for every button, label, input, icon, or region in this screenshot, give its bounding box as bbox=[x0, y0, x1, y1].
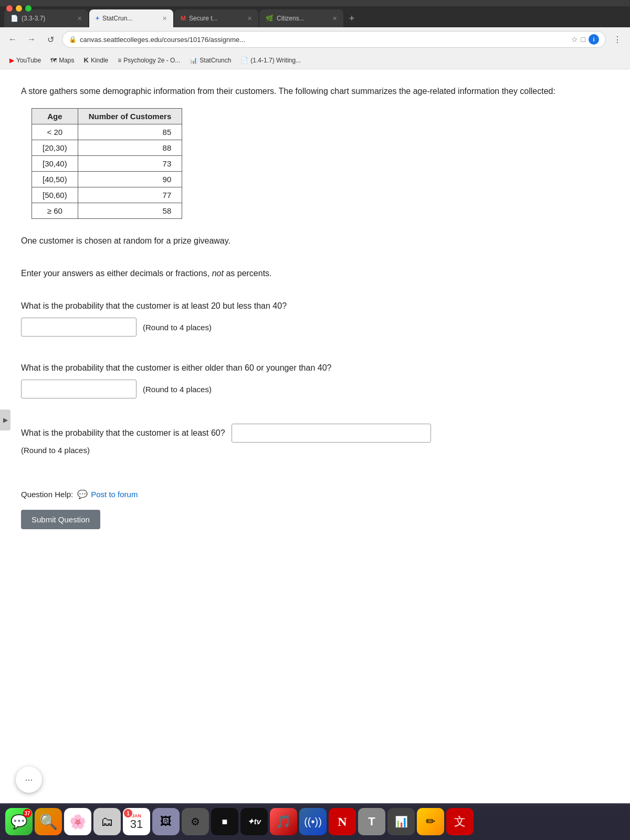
taskbar-app-tv[interactable]: ✦tv bbox=[240, 808, 268, 835]
random-note: One customer is chosen at random for a p… bbox=[21, 235, 609, 247]
calendar-day: 31 bbox=[130, 818, 143, 830]
bookmark-statcrunch[interactable]: 📊 StatCrunch bbox=[185, 55, 235, 66]
question-3-input[interactable] bbox=[232, 424, 431, 443]
bookmark-maps[interactable]: 🗺 Maps bbox=[46, 55, 78, 66]
count-cell: 58 bbox=[78, 203, 182, 219]
count-cell: 73 bbox=[78, 156, 182, 172]
forward-button[interactable]: → bbox=[24, 32, 39, 47]
tab-4-close[interactable]: ✕ bbox=[332, 15, 337, 22]
table-header-age: Age bbox=[32, 109, 78, 124]
bookmark-maps-label: Maps bbox=[59, 57, 74, 64]
age-cell: ≥ 60 bbox=[32, 203, 78, 219]
japanese-icon: 文 bbox=[454, 814, 466, 830]
tab-3-icon: M bbox=[181, 15, 186, 22]
tab-4[interactable]: 🌿 Citizens... ✕ bbox=[259, 9, 343, 27]
taskbar-app-stats[interactable]: 📊 bbox=[387, 808, 415, 835]
writing-icon: 📄 bbox=[240, 57, 248, 64]
question-1-round-note: (Round to 4 places) bbox=[143, 323, 212, 332]
question-3-block: What is the probability that the custome… bbox=[21, 424, 609, 455]
tab-4-label: Citizens... bbox=[277, 15, 304, 22]
bookmark-youtube[interactable]: ▶ YouTube bbox=[5, 55, 45, 66]
bookmark-writing-label: (1.4-1.7) Writing... bbox=[250, 57, 301, 64]
table-row: [40,50) 90 bbox=[32, 172, 182, 187]
tab-4-icon: 🌿 bbox=[266, 15, 274, 22]
close-button[interactable] bbox=[6, 5, 13, 12]
question-1-block: What is the probability that the custome… bbox=[21, 300, 609, 337]
bookmark-kindle[interactable]: K Kindle bbox=[80, 55, 113, 66]
black-app-icon: ■ bbox=[222, 816, 228, 827]
taskbar-app-photos[interactable]: 🌸 bbox=[64, 808, 91, 835]
bookmark-psychology-label: Psychology 2e - O... bbox=[123, 57, 180, 64]
submit-question-button[interactable]: Submit Question bbox=[21, 510, 100, 529]
table-row: [30,40) 73 bbox=[32, 156, 182, 172]
taskbar-app-wifi[interactable]: ((•)) bbox=[299, 808, 327, 835]
question-3-row: What is the probability that the custome… bbox=[21, 424, 609, 443]
bookmark-youtube-label: YouTube bbox=[16, 57, 41, 64]
bookmark-star-icon[interactable]: ☆ bbox=[571, 35, 578, 44]
music-icon: 🎵 bbox=[276, 814, 291, 829]
bookmark-writing[interactable]: 📄 (1.4-1.7) Writing... bbox=[236, 55, 305, 66]
tab-1-icon: 📄 bbox=[10, 15, 18, 22]
back-button[interactable]: ← bbox=[5, 32, 20, 47]
tab-3-close[interactable]: ✕ bbox=[247, 15, 252, 22]
taskbar-app-text[interactable]: T bbox=[358, 808, 385, 835]
question-1-input[interactable] bbox=[21, 318, 136, 337]
forum-icon: 💬 bbox=[77, 489, 88, 499]
lock-icon: 🔒 bbox=[69, 36, 77, 43]
address-bar[interactable]: 🔒 canvas.seattlecolleges.edu/courses/101… bbox=[62, 31, 606, 48]
taskbar-app-files[interactable]: 🗂 bbox=[93, 808, 121, 835]
bookmark-psychology[interactable]: ≡ Psychology 2e - O... bbox=[113, 55, 184, 66]
age-cell: < 20 bbox=[32, 124, 78, 140]
netflix-icon: N bbox=[338, 815, 346, 829]
taskbar-app-netflix[interactable]: N bbox=[329, 808, 356, 835]
question-2-input[interactable] bbox=[21, 380, 136, 398]
taskbar-app-edit[interactable]: ✏ bbox=[417, 808, 444, 835]
minimize-button[interactable] bbox=[16, 5, 22, 12]
kindle-icon: K bbox=[84, 56, 89, 64]
taskbar-app-messages[interactable]: 💬 37 bbox=[5, 808, 33, 835]
reload-button[interactable]: ↺ bbox=[43, 32, 58, 47]
wifi-icon: ((•)) bbox=[304, 816, 322, 828]
extra-icon: 🖼 bbox=[160, 815, 172, 828]
tab-1[interactable]: 📄 (3.3-3.7) ✕ bbox=[4, 9, 88, 27]
taskbar-app-music[interactable]: 🎵 bbox=[270, 808, 297, 835]
age-cell: [20,30) bbox=[32, 140, 78, 156]
reader-icon[interactable]: □ bbox=[581, 35, 585, 44]
taskbar-app-settings[interactable]: ⚙ bbox=[182, 808, 209, 835]
question-3-text: What is the probability that the custome… bbox=[21, 427, 225, 439]
profile-icon[interactable]: i bbox=[589, 34, 599, 45]
more-options-button[interactable]: ⋮ bbox=[610, 32, 625, 47]
settings-icon: ⚙ bbox=[191, 815, 200, 828]
tv-icon: ✦tv bbox=[247, 817, 261, 826]
post-to-forum-link[interactable]: 💬 Post to forum bbox=[77, 489, 138, 499]
taskbar-app-black[interactable]: ■ bbox=[211, 808, 238, 835]
chat-bubble[interactable]: ··· bbox=[16, 766, 42, 793]
taskbar: 💬 37 🔍 🌸 🗂 JAN 31 1 🖼 ⚙ ■ ✦tv 🎵 ((•)) N bbox=[0, 803, 630, 840]
taskbar-app-extra[interactable]: 🖼 bbox=[152, 808, 180, 835]
taskbar-app-japanese[interactable]: 文 bbox=[446, 808, 474, 835]
question-2-answer-row: (Round to 4 places) bbox=[21, 380, 609, 398]
tab-3[interactable]: M Secure t... ✕ bbox=[174, 9, 258, 27]
table-row: [20,30) 88 bbox=[32, 140, 182, 156]
decimal-note: Enter your answers as either decimals or… bbox=[21, 267, 609, 280]
question-1-answer-row: (Round to 4 places) bbox=[21, 318, 609, 337]
new-tab-button[interactable]: + bbox=[344, 11, 359, 26]
age-cell: [30,40) bbox=[32, 156, 78, 172]
age-cell: [40,50) bbox=[32, 172, 78, 187]
question-2-round-note: (Round to 4 places) bbox=[143, 385, 212, 394]
tab-2[interactable]: + StatCrun... ✕ bbox=[89, 9, 173, 27]
finder-icon: 🔍 bbox=[39, 813, 58, 831]
maps-icon: 🗺 bbox=[50, 57, 57, 64]
youtube-icon: ▶ bbox=[9, 57, 14, 64]
questions-section: One customer is chosen at random for a p… bbox=[21, 235, 609, 529]
table-row: < 20 85 bbox=[32, 124, 182, 140]
taskbar-app-finder[interactable]: 🔍 bbox=[35, 808, 62, 835]
tab-3-label: Secure t... bbox=[189, 15, 218, 22]
calendar-badge: 1 bbox=[124, 809, 132, 817]
tab-2-close[interactable]: ✕ bbox=[162, 15, 167, 22]
statcrunch-icon: 📊 bbox=[190, 57, 197, 64]
maximize-button[interactable] bbox=[25, 5, 32, 12]
sidebar-toggle-arrow[interactable]: ▶ bbox=[0, 410, 10, 430]
tab-1-close[interactable]: ✕ bbox=[77, 15, 82, 22]
count-cell: 77 bbox=[78, 187, 182, 203]
